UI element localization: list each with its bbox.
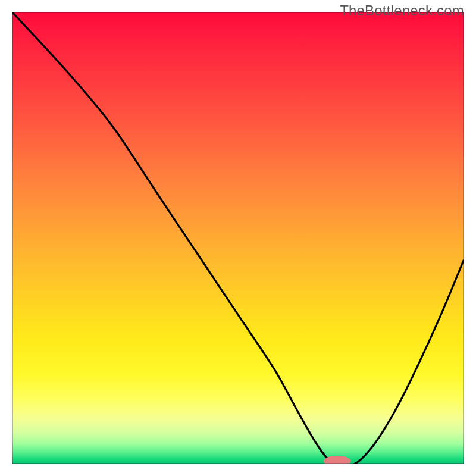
margin-left bbox=[0, 0, 12, 476]
margin-right bbox=[464, 0, 476, 476]
chart-canvas: TheBottleneck.com bbox=[0, 0, 476, 476]
bottleneck-chart-svg bbox=[0, 0, 476, 476]
attribution-label: TheBottleneck.com bbox=[340, 2, 464, 19]
gradient-background bbox=[12, 12, 464, 464]
margin-bottom bbox=[0, 464, 476, 476]
